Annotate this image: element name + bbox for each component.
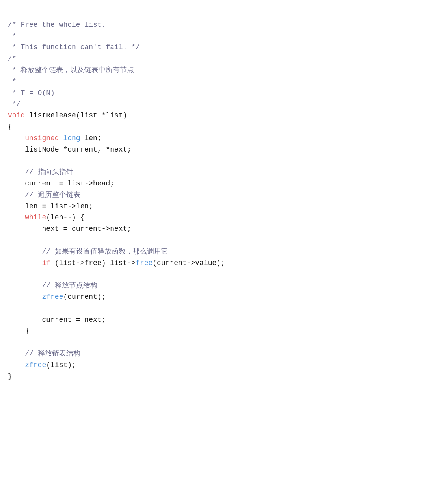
code-segment [8, 134, 25, 142]
code-line: } [8, 325, 416, 337]
code-line: /* [8, 53, 416, 65]
code-line: * [8, 76, 416, 87]
code-line: * 释放整个链表，以及链表中所有节点 [8, 65, 416, 76]
code-line: /* Free the whole list. [8, 19, 416, 31]
code-line: * T = O(N) [8, 87, 416, 99]
code-segment: if [42, 259, 50, 267]
code-line: // 如果有设置值释放函数，那么调用它 [8, 246, 416, 258]
code-segment: len; [80, 134, 102, 142]
code-line: * This function can't fail. */ [8, 42, 416, 53]
code-segment: zfree [25, 361, 46, 369]
code-line: while(len--) { [8, 212, 416, 223]
code-segment [8, 361, 25, 369]
code-line: // 指向头指针 [8, 167, 416, 178]
code-segment: (list); [46, 361, 76, 369]
code-segment: zfree [42, 293, 63, 301]
code-segment: listRelease(list *list) [25, 111, 127, 119]
code-segment: (current); [63, 293, 106, 301]
code-line: * [8, 31, 416, 42]
code-segment: free [136, 259, 152, 267]
code-line: current = list->head; [8, 178, 416, 189]
code-line [8, 303, 416, 314]
code-line: // 释放链表结构 [8, 348, 416, 359]
code-segment: (list->free) list-> [50, 259, 136, 267]
code-line: zfree(list); [8, 359, 416, 371]
code-segment [8, 213, 25, 221]
code-segment [8, 293, 42, 301]
code-segment: void [8, 111, 25, 119]
code-segment: (current->value); [152, 259, 225, 267]
code-line: zfree(current); [8, 291, 416, 303]
code-line: void listRelease(list *list) [8, 110, 416, 121]
code-line: if (list->free) list->free(current->valu… [8, 258, 416, 269]
code-line [8, 269, 416, 280]
code-line: // 遍历整个链表 [8, 189, 416, 201]
code-line: unsigned long len; [8, 133, 416, 144]
code-line [8, 155, 416, 167]
code-line: current = next; [8, 314, 416, 326]
code-line: } [8, 371, 416, 382]
code-segment: unsigned [25, 134, 59, 142]
code-segment: (len--) { [46, 213, 84, 221]
code-line [8, 337, 416, 348]
code-line: { [8, 121, 416, 133]
code-line: listNode *current, *next; [8, 144, 416, 156]
code-segment [59, 134, 63, 142]
code-segment: while [25, 213, 46, 221]
code-line: next = current->next; [8, 223, 416, 235]
code-line: len = list->len; [8, 201, 416, 212]
code-block: /* Free the whole list. * * This functio… [8, 8, 416, 382]
code-line: */ [8, 98, 416, 110]
code-line [8, 235, 416, 246]
code-segment [8, 259, 42, 267]
code-segment: long [63, 134, 80, 142]
code-line: // 释放节点结构 [8, 280, 416, 291]
